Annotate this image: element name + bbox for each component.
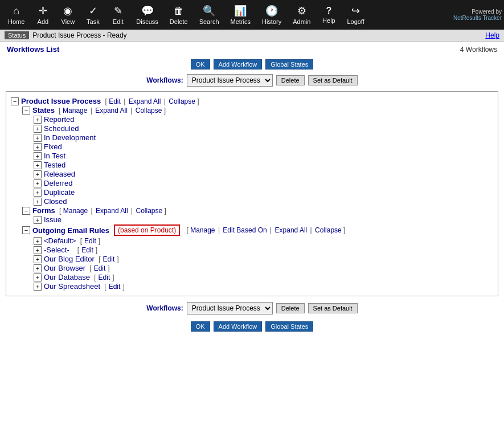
email-rule-browser-icon[interactable]: +	[34, 264, 42, 272]
email-rule-browser-edit[interactable]: Edit	[94, 264, 106, 272]
nav-history[interactable]: 🕐 History	[256, 2, 287, 27]
nav-logoff-label: Logoff	[347, 18, 364, 25]
form-issue-icon[interactable]: +	[34, 216, 42, 224]
delete-button-top[interactable]: Delete	[276, 75, 305, 85]
state-closed-label: Closed	[44, 197, 67, 206]
nav-logoff[interactable]: ↪ Logoff	[341, 2, 370, 27]
states-manage-link[interactable]: Manage	[63, 107, 87, 115]
state-scheduled-icon[interactable]: +	[34, 125, 42, 133]
global-states-button-bottom[interactable]: Global States	[265, 321, 313, 332]
forms-collapse-link[interactable]: Collapse	[136, 207, 162, 215]
view-icon: ◉	[63, 5, 72, 17]
root-edit-link[interactable]: Edit	[109, 97, 121, 105]
email-rule-spreadsheet-edit[interactable]: Edit	[109, 283, 121, 291]
root-expand-link[interactable]: Expand All	[129, 97, 161, 105]
states-label: States	[32, 106, 55, 115]
add-workflow-button-top[interactable]: Add Workflow	[214, 59, 263, 70]
state-fixed-label: Fixed	[44, 142, 62, 151]
nav-admin[interactable]: ⚙ Admin	[287, 2, 316, 27]
based-on-badge: (based on Product)	[114, 224, 180, 236]
nav-add-label: Add	[38, 18, 49, 25]
global-states-button-top[interactable]: Global States	[265, 59, 313, 70]
email-rules-expand-icon[interactable]: −	[22, 226, 30, 234]
delete-button-bottom[interactable]: Delete	[276, 303, 305, 313]
email-rule-database-edit[interactable]: Edit	[99, 273, 110, 281]
status-bar: Status Product Issue Process - Ready Hel…	[0, 30, 504, 42]
state-fixed-icon[interactable]: +	[34, 143, 42, 151]
nav-search-label: Search	[199, 18, 219, 25]
forms-manage-link[interactable]: Manage	[63, 207, 88, 215]
nav-metrics[interactable]: 📊 Metrics	[225, 2, 256, 27]
email-rules-manage-link[interactable]: Manage	[190, 226, 215, 234]
email-rule-browser: + Our Browser [Edit]	[34, 264, 493, 272]
root-expand-icon[interactable]: −	[11, 97, 19, 105]
admin-icon: ⚙	[297, 5, 306, 17]
tree-root: − Product Issue Process [ Edit | Expand …	[11, 97, 493, 291]
forms-expand-link[interactable]: Expand All	[96, 207, 128, 215]
ok-button-top[interactable]: OK	[191, 59, 210, 70]
set-default-button-bottom[interactable]: Set as Default	[308, 303, 358, 313]
brand-link-text: NetResults Tracker	[453, 15, 502, 21]
forms-label: Forms	[32, 206, 55, 215]
forms-expand-icon[interactable]: −	[22, 207, 30, 215]
history-icon: 🕐	[265, 5, 278, 17]
state-in-test-icon[interactable]: +	[34, 152, 42, 160]
state-tested-icon[interactable]: +	[34, 161, 42, 169]
add-workflow-button-bottom[interactable]: Add Workflow	[214, 321, 263, 332]
email-rule-spreadsheet-icon[interactable]: +	[34, 283, 42, 291]
email-rules-expand-link[interactable]: Expand All	[275, 226, 308, 234]
nav-edit[interactable]: ✎ Edit	[105, 2, 130, 27]
email-rule-default-icon[interactable]: +	[34, 237, 42, 245]
nav-items: ⌂ Home ✛ Add ◉ View ✓ Task ✎ Edit 💬 Disc…	[2, 2, 370, 27]
email-rules-edit-based-on-link[interactable]: Edit Based On	[223, 226, 267, 234]
state-duplicate-label: Duplicate	[44, 188, 75, 197]
nav-add[interactable]: ✛ Add	[30, 2, 55, 27]
email-rule-default-edit[interactable]: Edit	[84, 237, 96, 245]
form-issue-label: Issue	[44, 215, 62, 224]
nav-task[interactable]: ✓ Task	[80, 2, 105, 27]
logoff-icon: ↪	[351, 5, 360, 17]
states-expand-icon[interactable]: −	[22, 107, 30, 115]
email-rules-label: Outgoing Email Rules	[32, 226, 109, 235]
nav-view[interactable]: ◉ View	[55, 2, 80, 27]
state-reported-icon[interactable]: +	[34, 116, 42, 124]
metrics-icon: 📊	[234, 5, 247, 17]
workflow-select-top[interactable]: Product Issue Process	[187, 74, 273, 87]
brand-link[interactable]: NetResults Tracker	[453, 15, 502, 21]
nav-home[interactable]: ⌂ Home	[2, 3, 30, 27]
help-link[interactable]: Help	[485, 31, 499, 39]
state-in-development-icon[interactable]: +	[34, 134, 42, 142]
forms-children: + Issue	[34, 215, 493, 224]
nav-search[interactable]: 🔍 Search	[194, 2, 225, 27]
root-actions: [ Edit | Expand All | Collapse ]	[103, 97, 199, 105]
main-content: − Product Issue Process [ Edit | Expand …	[6, 91, 498, 296]
state-reported-label: Reported	[44, 115, 74, 124]
states-expand-link[interactable]: Expand All	[95, 107, 128, 115]
email-rule-blog-editor-edit[interactable]: Edit	[103, 255, 115, 263]
state-deferred-icon[interactable]: +	[34, 179, 42, 187]
root-collapse-link[interactable]: Collapse	[169, 97, 195, 105]
email-rule-database-icon[interactable]: +	[34, 273, 42, 281]
state-released-icon[interactable]: +	[34, 170, 42, 178]
edit-icon: ✎	[114, 5, 122, 17]
nav-discuss-label: Discuss	[136, 18, 158, 25]
forms-row: − Forms [ Manage | Expand All | Collapse…	[22, 206, 493, 215]
ok-button-bottom[interactable]: OK	[191, 321, 210, 332]
nav-discuss[interactable]: 💬 Discuss	[130, 2, 164, 27]
root-label: Product Issue Process	[21, 97, 101, 105]
workflow-select-bottom[interactable]: Product Issue Process	[187, 302, 273, 315]
state-duplicate-icon[interactable]: +	[34, 189, 42, 197]
nav-help[interactable]: ? Help	[316, 3, 341, 26]
states-collapse-link[interactable]: Collapse	[136, 107, 162, 115]
page-title: Workflows List	[7, 45, 59, 54]
state-released: + Released	[34, 170, 493, 178]
set-default-button-top[interactable]: Set as Default	[308, 75, 358, 85]
email-rule-select-edit[interactable]: Edit	[81, 246, 93, 254]
toolbar-bottom-row: OK Add Workflow Global States	[0, 319, 504, 334]
email-rules-collapse-link[interactable]: Collapse	[315, 226, 342, 234]
state-closed-icon[interactable]: +	[34, 198, 42, 206]
email-rule-select-icon[interactable]: +	[34, 246, 42, 254]
nav-delete[interactable]: 🗑 Delete	[164, 3, 194, 27]
email-rule-default: + <Default> [Edit]	[34, 236, 493, 245]
email-rule-blog-editor-icon[interactable]: +	[34, 255, 42, 263]
